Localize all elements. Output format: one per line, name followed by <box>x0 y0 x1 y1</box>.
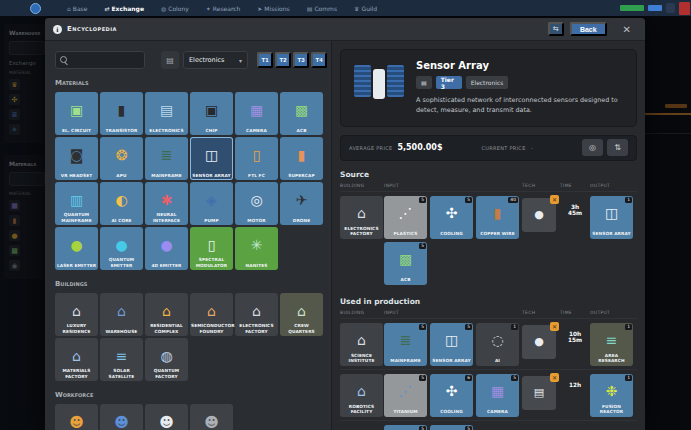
item-type-icon: ▤ <box>421 79 427 86</box>
tile-motor[interactable]: ◎Motor <box>235 182 278 225</box>
count-badge: 1 <box>625 197 632 203</box>
tile-vr-headset[interactable]: ◙VR Headset <box>55 137 98 180</box>
compare-button[interactable]: ⇆ <box>548 22 564 36</box>
tier-button-t4[interactable]: T4 <box>311 52 327 68</box>
tile-laser-emitter[interactable]: ●Laser Emitter <box>55 227 98 270</box>
nav-item-colony[interactable]: ◍Colony <box>161 5 189 12</box>
tile-spectral-modulator[interactable]: ▯Spectral Modulator <box>190 227 233 270</box>
tile-area-research[interactable]: ≡Area Research1 <box>590 323 633 366</box>
tile-label: Sensor Array <box>591 231 632 236</box>
tile-ai-core[interactable]: ◐AI Core <box>100 182 143 225</box>
tile-drone[interactable]: ✈Drone <box>280 182 323 225</box>
tile-label: Transistor <box>101 128 142 133</box>
tile-ai[interactable]: ◌AI1 <box>476 323 519 366</box>
tile-camera[interactable]: ▦Camera5 <box>476 374 519 417</box>
tile-camera[interactable]: ▦Camera <box>235 92 278 135</box>
notifications-icon[interactable] <box>666 3 675 13</box>
nav-item-missions[interactable]: ➤Missions <box>257 5 289 12</box>
tier-button-t1[interactable]: T1 <box>257 52 273 68</box>
tile-mainframe[interactable]: ≣Mainframe5 <box>384 323 427 366</box>
quantum-factory-icon: ◍ <box>160 349 172 363</box>
tile-science-institute[interactable]: ⌂Science Institute <box>340 323 383 366</box>
tile-solar-satellite[interactable]: ≡Solar Satellite <box>100 338 143 381</box>
sensor-body <box>373 69 385 99</box>
camera-icon: ▦ <box>250 103 263 117</box>
category-dropdown[interactable]: Electronics ▾ <box>183 51 248 69</box>
nav-item-comms[interactable]: ▤Comms <box>307 5 337 12</box>
tile-nanites[interactable]: ✳Nanites <box>235 227 278 270</box>
tile-technician[interactable]: ☻Technician <box>100 404 143 430</box>
tile-electronics-factory[interactable]: ⌂Electronics Factory <box>235 293 278 336</box>
nav-item-guild[interactable]: ♛Guild <box>354 5 377 12</box>
tile-item[interactable]: ✱5 <box>430 425 473 430</box>
quantum-mainframe-icon: ▥ <box>70 193 83 207</box>
tile-sensor-array[interactable]: ◫Sensor Array <box>190 137 233 180</box>
tile-crew-quarters[interactable]: ⌂Crew Quarters <box>280 293 323 336</box>
tile-titanium[interactable]: ⋰Titanium5 <box>384 374 427 417</box>
nav-item-research[interactable]: ✦Research <box>206 5 241 12</box>
tile-sensor-array[interactable]: ◫Sensor Array1 <box>590 196 633 239</box>
tile-item[interactable]: ▬5 <box>384 425 427 430</box>
tile-ftl-fc[interactable]: ▯FTL FC <box>235 137 278 180</box>
tile-robotics-facility[interactable]: ⌂Robotics Facility <box>340 374 383 417</box>
tile-cooling[interactable]: ✣Cooling6 <box>430 374 473 417</box>
close-button[interactable]: ✕ <box>617 23 637 36</box>
tile-transistor[interactable]: ▮Transistor <box>100 92 143 135</box>
tile-el-circuit[interactable]: ▣El. Circuit <box>55 92 98 135</box>
tile-acb[interactable]: ▩ACB5 <box>384 242 427 285</box>
tile-engineer[interactable]: ☻Engineer <box>145 404 188 430</box>
tile-semiconductor-foundry[interactable]: ⌂Semiconductor Foundry <box>190 293 233 336</box>
app-logo[interactable] <box>30 3 41 14</box>
back-button[interactable]: Back <box>570 22 607 36</box>
tech-tile[interactable]: ●✕ <box>522 198 556 232</box>
tile-mainframe[interactable]: ≣Mainframe <box>145 137 188 180</box>
tile-residential-complex[interactable]: ⌂Residential Complex <box>145 293 188 336</box>
tile-materials-factory[interactable]: ⌂Materials Factory <box>55 338 98 381</box>
tech-tile[interactable]: ●✕ <box>522 325 556 359</box>
tile-plastics[interactable]: ⋰Plastics5 <box>384 196 427 239</box>
count-badge: 5 <box>419 324 426 330</box>
tile-luxury-residence[interactable]: ⌂Luxury Residence <box>55 293 98 336</box>
tile-supercap[interactable]: ▮SuperCap <box>280 137 323 180</box>
tile-worker[interactable]: ☻Worker <box>55 404 98 430</box>
tech-icon: ▤ <box>534 387 544 398</box>
item-badges: ▤ Tier 3 Electronics <box>416 76 626 89</box>
tile-label: Chip <box>191 128 232 133</box>
tile-cooling[interactable]: ✣Cooling5 <box>430 196 473 239</box>
tile-label: Spectral Modulator <box>191 257 232 268</box>
tile-acb[interactable]: ▩ACB <box>280 92 323 135</box>
input-cell: ▬5✱5 <box>384 425 519 430</box>
tier-button-t2[interactable]: T2 <box>275 52 291 68</box>
search-box[interactable] <box>55 51 145 69</box>
tile-pump[interactable]: ◈Pump <box>190 182 233 225</box>
tile-fusion-reactor[interactable]: ❉Fusion Reactor1 <box>590 374 633 417</box>
profile-icon[interactable] <box>679 2 690 15</box>
tile-neural-interface[interactable]: ✱Neural Interface <box>145 182 188 225</box>
tier-button-t3[interactable]: T3 <box>293 52 309 68</box>
tile-quantum-mainframe[interactable]: ▥Quantum Mainframe <box>55 182 98 225</box>
acb-icon: ▩ <box>399 252 412 266</box>
tile-electronics-factory[interactable]: ⌂Electronics Factory <box>340 196 383 239</box>
tile-4d-emitter[interactable]: ●4D Emitter <box>145 227 188 270</box>
tile-sensor-array[interactable]: ◫Sensor Array5 <box>430 323 473 366</box>
materials-grid: ▣El. Circuit▮Transistor▤Electronics▣Chip… <box>55 92 325 270</box>
column-header-time: Time <box>560 310 590 315</box>
tile-scientist[interactable]: ☻Scientist <box>190 404 233 430</box>
coin-button[interactable]: ◎ <box>582 139 603 156</box>
tile-label: Residential Complex <box>146 323 187 334</box>
nav-item-exchange[interactable]: ⇄Exchange <box>104 5 144 12</box>
nav-item-base[interactable]: ⌂Base <box>67 5 87 12</box>
tile-quantum-factory[interactable]: ◍Quantum Factory <box>145 338 188 381</box>
tile-quantum-emitter[interactable]: ●Quantum Emitter <box>100 227 143 270</box>
tile-copper-wire[interactable]: ▮Copper Wire40 <box>476 196 519 239</box>
category-filter-button[interactable]: ▤ <box>161 51 179 69</box>
tile-warehouse[interactable]: ⌂Warehouse <box>100 293 143 336</box>
tile-chip[interactable]: ▣Chip <box>190 92 233 135</box>
tile-electronics[interactable]: ▤Electronics <box>145 92 188 135</box>
warehouse-icon: ⌂ <box>117 304 126 318</box>
chart-button[interactable]: ⇅ <box>607 139 628 156</box>
tile-apu[interactable]: ❂APU <box>100 137 143 180</box>
search-input[interactable] <box>69 56 143 65</box>
tech-tile[interactable]: ▤✕ <box>522 376 556 410</box>
column-header-building: Building <box>340 310 384 315</box>
